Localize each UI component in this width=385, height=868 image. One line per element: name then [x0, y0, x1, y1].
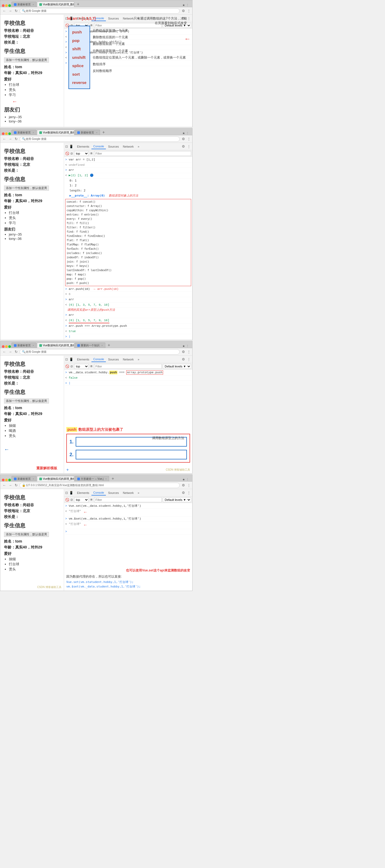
more-3[interactable]: ⋮ — [187, 350, 191, 354]
settings-2[interactable]: ⚙ — [181, 137, 186, 141]
filter-icon-3[interactable]: ⊘ — [70, 365, 73, 368]
more-dt-3[interactable]: ⋮ — [187, 357, 191, 362]
address-4[interactable]: 🔒 127.0.0.1:5500/12_列表渲染/9.Vue监测数组改变的原理_… — [20, 483, 180, 488]
dt-network-2[interactable]: Network — [121, 144, 135, 149]
more-4[interactable]: ⋮ — [187, 483, 191, 487]
more-icon-1[interactable]: ⋮ — [187, 9, 191, 13]
mobile-3[interactable]: 📱 — [69, 358, 73, 361]
settings-icon-1[interactable]: ⚙ — [181, 9, 186, 13]
more-dt-4[interactable]: ⋮ — [187, 490, 191, 495]
forward-4[interactable]: → — [8, 483, 12, 487]
settings-dt-3[interactable]: ⚙ — [181, 357, 186, 362]
add-attr-btn-2[interactable]: 添加一个性别属性，默认值是男 — [4, 186, 49, 191]
menu-icon-1[interactable]: ⋮ — [186, 3, 189, 7]
address-3[interactable]: 🔍 使用 Google 搜索 — [20, 349, 180, 354]
tab-close-4-3[interactable]: × — [105, 477, 107, 480]
refresh-3[interactable]: ↻ — [13, 350, 19, 354]
tab-vue-1[interactable]: Vue数据响应式的原理_数组 × — [37, 2, 74, 7]
more-icon-dt-1[interactable]: ⋮ — [187, 16, 191, 21]
minimize-dot-4[interactable] — [5, 479, 8, 481]
tab-add-2[interactable]: + — [100, 130, 107, 135]
forward-3[interactable]: → — [8, 350, 12, 354]
menu-3[interactable]: ⋮ — [186, 344, 189, 348]
settings-dt-4[interactable]: ⚙ — [181, 490, 186, 495]
back-4[interactable]: ← — [2, 483, 7, 487]
refresh-btn-2[interactable]: ↻ — [13, 137, 19, 141]
star-icon-1[interactable]: ★ — [182, 3, 185, 7]
filter-3[interactable] — [94, 364, 162, 369]
settings-dt-2[interactable]: ⚙ — [181, 144, 186, 149]
dt-network-4[interactable]: Network — [121, 490, 135, 495]
filter-icon-2[interactable]: ⊘ — [70, 152, 73, 155]
level-3[interactable]: Default levels ▼ — [163, 364, 191, 369]
tab-close-new-2[interactable]: × — [96, 131, 97, 134]
add-attr-btn-1[interactable]: 添加一个性别属性，默认值是男 — [4, 58, 49, 63]
address-bar-1[interactable]: 🔍 使用 Google 搜索 — [20, 8, 180, 13]
dt-elements-2[interactable]: Elements — [75, 144, 91, 149]
tab-add-3[interactable]: + — [106, 343, 112, 348]
maximize-dot-2[interactable] — [8, 132, 11, 135]
dt-network-3[interactable]: Network — [121, 357, 135, 362]
settings-3[interactable]: ⚙ — [181, 350, 186, 354]
minimize-dot-3[interactable] — [5, 345, 8, 348]
star-3[interactable]: ★ — [182, 344, 185, 348]
mobile-icon-2[interactable]: 📱 — [69, 145, 73, 148]
tab-newtab-2[interactable]: 新建标签页 × — [11, 130, 36, 135]
add-attr-btn-4[interactable]: 添加一个性别属性，默认值是男 — [4, 532, 49, 537]
tab-vuej-4[interactable]: 方形建造一 -- Vue.j × — [75, 476, 109, 481]
menu-4[interactable]: ⋮ — [186, 478, 189, 481]
close-dot-4[interactable] — [2, 479, 4, 481]
filter-2[interactable] — [94, 151, 191, 156]
close-dot[interactable] — [2, 4, 4, 7]
refresh-4[interactable]: ↻ — [13, 483, 19, 487]
clear-4[interactable]: 🚫 — [65, 498, 69, 502]
back-btn-1[interactable]: ← — [2, 9, 7, 13]
dt-elements-3[interactable]: Elements — [75, 357, 91, 362]
menu-2[interactable]: ⋮ — [186, 131, 189, 135]
tab-vue-3[interactable]: Vue数据响应式的原理_数组 × — [37, 343, 74, 348]
tab-newtab-3[interactable]: 新建标签页 × — [11, 343, 36, 348]
dt-elements-4[interactable]: Elements — [75, 490, 91, 495]
context-select-3[interactable]: top — [74, 364, 89, 369]
add-attr-btn-3[interactable]: 添加一个性别属性，默认值是男 — [4, 398, 49, 404]
tab-newtab-4[interactable]: 新建标签页 × — [11, 476, 36, 481]
dt-sources-4[interactable]: Sources — [106, 490, 121, 495]
refresh-btn-1[interactable]: ↻ — [13, 9, 19, 13]
filter-icon-4[interactable]: ⊘ — [70, 498, 73, 502]
inspect-3[interactable]: ⊡ — [65, 358, 68, 361]
dt-console-4[interactable]: Console — [91, 490, 106, 496]
dt-more-3[interactable]: » — [136, 357, 141, 362]
context-select-4[interactable]: top — [74, 497, 89, 502]
tab-close-3-3[interactable]: × — [101, 344, 103, 347]
more-dt-2[interactable]: ⋮ — [187, 144, 191, 149]
clear-3[interactable]: 🚫 — [65, 365, 69, 368]
tab-close-3-1[interactable]: × — [33, 344, 34, 347]
dt-sources-3[interactable]: Sources — [106, 357, 121, 362]
back-3[interactable]: ← — [2, 350, 7, 354]
dt-more-2[interactable]: » — [136, 144, 141, 149]
tab-newtab-1[interactable]: 新建标签页 × — [11, 2, 36, 7]
tab-add-4[interactable]: + — [109, 476, 116, 481]
forward-btn-1[interactable]: → — [8, 9, 12, 13]
tab-vue-2[interactable]: Vue数据响应式的原理_数组 × — [37, 130, 74, 135]
star-4[interactable]: ★ — [182, 478, 185, 481]
star-2[interactable]: ★ — [182, 131, 185, 135]
close-dot-3[interactable] — [2, 345, 4, 348]
dt-sources-2[interactable]: Sources — [106, 144, 121, 149]
maximize-dot[interactable] — [8, 4, 11, 7]
tab-close-4-1[interactable]: × — [33, 477, 34, 480]
close-dot-2[interactable] — [2, 132, 4, 135]
maximize-dot-4[interactable] — [8, 479, 11, 481]
tab-sources-1[interactable]: Sources — [106, 16, 121, 21]
more-2[interactable]: ⋮ — [187, 137, 191, 141]
dt-more-4[interactable]: » — [136, 490, 141, 495]
tab-close-2[interactable]: × — [33, 131, 34, 134]
minimize-dot[interactable] — [5, 4, 8, 7]
forward-btn-2[interactable]: → — [8, 137, 12, 141]
level-4[interactable]: Default levels ▼ — [163, 497, 191, 502]
clear-2[interactable]: 🚫 — [65, 152, 69, 155]
tab-newtab2-2[interactable]: 新建标签页 × — [75, 130, 100, 135]
tab-vue-4[interactable]: Vue数据响应式的原理_数组 × — [37, 476, 74, 481]
address-bar-2[interactable]: 🔍 使用 Google 搜索 — [20, 136, 180, 142]
tab-important-3[interactable]: 重要的一个知识 × — [75, 343, 105, 348]
